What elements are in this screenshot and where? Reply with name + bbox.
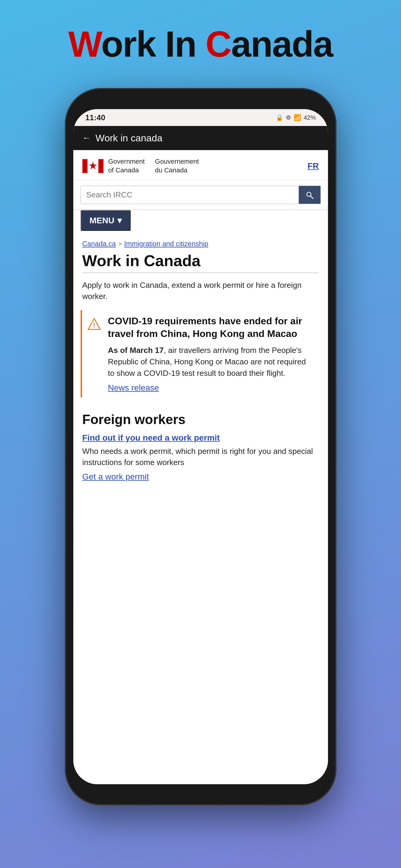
foreign-workers-section: Foreign workers Find out if you need a w… [73,406,328,482]
phone-screen: 11:40 🔒 ⚙ 📶 42% ← Work in canada [73,109,328,784]
alert-box: ! COVID-19 requirements have ended for a… [81,310,321,398]
status-time: 11:40 [85,113,106,122]
alert-content: COVID-19 requirements have ended for air… [108,315,314,393]
work-permit-desc: Who needs a work permit, which permit is… [82,446,319,468]
breadcrumb-immigration[interactable]: Immigration and citizenship [124,240,208,248]
breadcrumb-separator: > [118,241,122,247]
lock-icon: 🔒 [276,114,283,121]
search-input[interactable] [81,186,299,204]
breadcrumb-home[interactable]: Canada.ca [82,240,116,248]
status-icons: 🔒 ⚙ 📶 42% [276,114,316,121]
svg-rect-1 [98,159,104,173]
gov-fr-text: Gouvernement du Canada [155,157,199,175]
settings-icon: ⚙ [286,114,291,121]
alert-heading: COVID-19 requirements have ended for air… [108,315,314,340]
search-button[interactable] [299,186,320,204]
gov-text: Government of Canada [108,157,145,175]
svg-rect-0 [82,159,87,173]
search-bar [73,180,328,210]
get-work-permit-link[interactable]: Get a work permit [82,472,319,482]
page-title: Work in Canada [82,252,319,273]
content-area[interactable]: Government of Canada Gouvernement du Can… [73,150,328,784]
work-permit-link[interactable]: Find out if you need a work permit [82,433,319,443]
title-w: W [68,24,101,64]
gov-header: Government of Canada Gouvernement du Can… [73,150,328,180]
gov-logo: Government of Canada Gouvernement du Can… [82,157,199,175]
alert-bold: As of March 17 [108,346,164,355]
nav-bar: ← Work in canada [73,126,328,150]
nav-title: Work in canada [96,133,163,144]
menu-label: MENU [90,216,114,225]
menu-bar: MENU ▾ [73,210,328,235]
battery-icon: 42% [304,114,316,121]
status-bar: 11:40 🔒 ⚙ 📶 42% [73,109,328,126]
search-input-wrap [81,186,321,204]
page-heading: Work in Canada [73,248,328,275]
foreign-workers-heading: Foreign workers [82,412,319,427]
title-c: C [205,24,231,64]
alert-body: As of March 17, air travellers arriving … [108,345,314,379]
phone-mockup: 11:40 🔒 ⚙ 📶 42% ← Work in canada [65,88,337,805]
back-button[interactable]: ← [82,133,91,143]
page-description: Apply to work in Canada, extend a work p… [73,275,328,302]
svg-line-5 [311,196,313,198]
svg-text:!: ! [93,321,95,329]
alert-icon: ! [87,315,102,393]
news-release-link[interactable]: News release [108,383,159,393]
fr-language-link[interactable]: FR [308,161,319,171]
menu-arrow: ▾ [117,216,122,225]
signal-icon: 📶 [294,114,301,121]
app-title: Work In Canada [68,24,333,64]
gov-en: Government of Canada [108,157,145,175]
canada-flag [82,159,104,173]
menu-button[interactable]: MENU ▾ [81,210,131,231]
breadcrumb: Canada.ca > Immigration and citizenship [73,235,328,248]
